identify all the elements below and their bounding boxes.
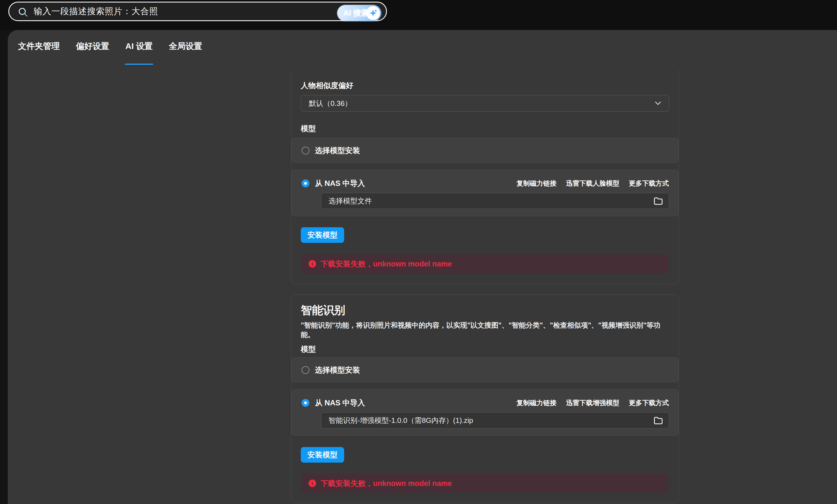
more-download-methods-link[interactable]: 更多下载方式 — [629, 179, 669, 188]
settings-panel: 文件夹管理 偏好设置 AI 设置 全局设置 人物相似度偏好 默认（0.36） 模… — [8, 30, 837, 504]
thunder-download-face-model-link[interactable]: 迅雷下载人脸模型 — [566, 179, 619, 188]
tab-folder-management[interactable]: 文件夹管理 — [18, 40, 60, 65]
similarity-selected-value: 默认（0.36） — [309, 98, 655, 108]
smart-recognition-card: 智能识别 "智能识别"功能，将识别照片和视频中的内容，以实现"以文搜图"、"智能… — [291, 294, 679, 503]
model-file-value: 选择模型文件 — [328, 196, 653, 206]
folder-icon[interactable] — [653, 196, 663, 205]
install-model-button[interactable]: 安装模型 — [301, 447, 344, 463]
search-input[interactable]: 输入一段描述搜索照片：大合照 AI 搜索 — [8, 2, 387, 21]
ai-sparkle-badge — [366, 6, 380, 20]
face-model-card: 人物相似度偏好 默认（0.36） 模型 选择模型安装 从 NAS 中导入 — [291, 70, 679, 284]
radio-selected-icon[interactable] — [302, 179, 309, 187]
folder-icon[interactable] — [653, 416, 663, 425]
error-message: 下载安装失败，unknown model name — [321, 479, 452, 488]
similarity-preference-label: 人物相似度偏好 — [301, 80, 353, 91]
radio-selected-icon[interactable] — [302, 399, 309, 407]
model-file-picker[interactable]: 选择模型文件 — [321, 193, 669, 209]
app-root: 输入一段描述搜索照片：大合照 AI 搜索 文件夹管理 偏好设置 AI 设置 全局… — [0, 0, 837, 504]
option-label: 选择模型安装 — [315, 146, 360, 156]
install-model-button[interactable]: 安装模型 — [301, 227, 344, 243]
option-select-model-install[interactable]: 选择模型安装 — [291, 138, 679, 163]
tab-ai-settings[interactable]: AI 设置 — [125, 40, 153, 65]
model-file-value: 智能识别-增强模型-1.0.0（需8G内存）(1).zip — [328, 416, 653, 425]
radio-unselected-icon[interactable] — [302, 147, 309, 155]
ai-search-label: AI 搜索 — [343, 8, 369, 18]
copy-magnet-link[interactable]: 复制磁力链接 — [516, 179, 556, 188]
option-import-from-nas[interactable]: 从 NAS 中导入 复制磁力链接 迅雷下载人脸模型 更多下载方式 选择模型文件 — [291, 170, 679, 216]
error-icon: i — [308, 260, 316, 268]
model-label: 模型 — [301, 124, 316, 133]
thunder-download-enhanced-model-link[interactable]: 迅雷下载增强模型 — [566, 398, 619, 407]
option-label: 从 NAS 中导入 — [315, 178, 365, 188]
error-icon: i — [308, 480, 316, 487]
error-message: 下载安装失败，unknown model name — [321, 259, 452, 269]
option-label: 从 NAS 中导入 — [315, 398, 365, 408]
sparkle-icon — [368, 8, 378, 18]
radio-unselected-icon[interactable] — [302, 366, 309, 374]
search-icon — [18, 7, 28, 17]
option-select-model-install[interactable]: 选择模型安装 — [291, 357, 679, 382]
install-error-banner: i 下载安装失败，unknown model name — [301, 474, 668, 492]
tab-preferences[interactable]: 偏好设置 — [75, 40, 110, 65]
model-file-picker[interactable]: 智能识别-增强模型-1.0.0（需8G内存）(1).zip — [321, 412, 669, 428]
more-download-methods-link[interactable]: 更多下载方式 — [629, 398, 669, 407]
chevron-down-icon — [655, 102, 661, 105]
tab-global-settings[interactable]: 全局设置 — [168, 40, 203, 65]
top-bar: 输入一段描述搜索照片：大合照 AI 搜索 — [0, 0, 837, 30]
similarity-preference-select[interactable]: 默认（0.36） — [301, 95, 669, 112]
card-title: 智能识别 — [301, 303, 345, 318]
search-query-text: 输入一段描述搜索照片：大合照 — [34, 2, 158, 20]
copy-magnet-link[interactable]: 复制磁力链接 — [516, 398, 556, 407]
tab-bar: 文件夹管理 偏好设置 AI 设置 全局设置 — [18, 40, 203, 65]
ai-search-button[interactable]: AI 搜索 — [337, 5, 381, 21]
option-import-from-nas[interactable]: 从 NAS 中导入 复制磁力链接 迅雷下载增强模型 更多下载方式 智能识别-增强… — [291, 389, 679, 436]
model-label: 模型 — [301, 344, 316, 354]
option-label: 选择模型安装 — [315, 365, 360, 375]
install-error-banner: i 下载安装失败，unknown model name — [301, 254, 668, 273]
card-description: "智能识别"功能，将识别照片和视频中的内容，以实现"以文搜图"、"智能分类"、"… — [301, 320, 667, 339]
